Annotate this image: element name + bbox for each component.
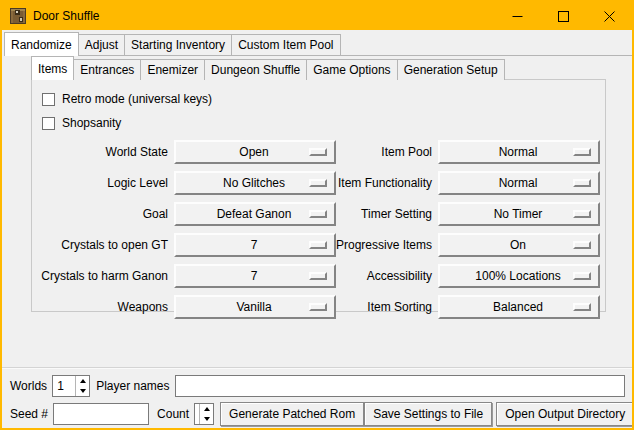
slit-indicator-icon <box>573 272 591 280</box>
up-arrow-icon <box>80 379 86 383</box>
slit-indicator-icon <box>309 303 327 311</box>
worlds-up-button[interactable] <box>76 376 89 386</box>
slit-indicator-icon <box>309 210 327 218</box>
maximize-icon <box>558 11 569 22</box>
goal-dropdown[interactable]: Defeat Ganon <box>174 202 336 226</box>
worlds-down-button[interactable] <box>76 386 89 396</box>
slit-indicator-icon <box>309 272 327 280</box>
settings-grid: World State Open Logic Level No Glitches… <box>32 135 605 326</box>
down-arrow-icon <box>80 389 86 393</box>
count-spinner <box>199 404 213 424</box>
items-panel: Retro mode (universal keys) Shopsanity W… <box>31 79 606 312</box>
worlds-row: Worlds Player names <box>10 374 626 398</box>
timer-setting-dropdown[interactable]: No Timer <box>438 202 600 226</box>
tab-randomize[interactable]: Randomize <box>4 32 79 56</box>
subtab-game-options[interactable]: Game Options <box>306 59 397 80</box>
titlebar[interactable]: Door Shuffle <box>2 2 632 30</box>
worlds-input[interactable] <box>53 376 75 396</box>
tab-adjust[interactable]: Adjust <box>78 34 125 55</box>
item-functionality-label: Item Functionality <box>336 176 438 190</box>
retro-mode-checkbox[interactable] <box>42 93 55 106</box>
player-names-label: Player names <box>96 379 174 393</box>
retro-mode-row: Retro mode (universal keys) <box>32 87 605 111</box>
world-state-label: World State <box>36 145 174 159</box>
item-sorting-label: Item Sorting <box>336 300 438 314</box>
item-sorting-dropdown[interactable]: Balanced <box>438 295 600 319</box>
save-settings-button[interactable]: Save Settings to File <box>364 402 492 426</box>
subtab-items[interactable]: Items <box>31 56 74 80</box>
worlds-spinbox <box>52 375 90 397</box>
slit-indicator-icon <box>309 241 327 249</box>
up-arrow-icon <box>204 407 210 411</box>
shopsanity-label: Shopsanity <box>62 116 121 130</box>
accessibility-label: Accessibility <box>336 269 438 283</box>
slit-indicator-icon <box>573 241 591 249</box>
seed-row: Seed # Count Generate Patched Rom Save S… <box>10 402 626 426</box>
subtab-dungeon-shuffle[interactable]: Dungeon Shuffle <box>204 59 307 80</box>
goal-label: Goal <box>36 207 174 221</box>
settings-right-column: Item Pool Normal Item Functionality Norm… <box>336 140 600 326</box>
slit-indicator-icon <box>573 148 591 156</box>
crystals-gt-label: Crystals to open GT <box>36 238 174 252</box>
world-state-dropdown[interactable]: Open <box>174 140 336 164</box>
subtab-generation-setup[interactable]: Generation Setup <box>397 59 505 80</box>
logic-level-label: Logic Level <box>36 176 174 190</box>
seed-label: Seed # <box>10 407 53 421</box>
progressive-items-label: Progressive Items <box>336 238 438 252</box>
open-output-directory-button[interactable]: Open Output Directory <box>496 402 634 426</box>
subtab-entrances[interactable]: Entrances <box>73 59 141 80</box>
tab-custom-item-pool[interactable]: Custom Item Pool <box>231 34 340 55</box>
retro-mode-label: Retro mode (universal keys) <box>62 92 212 106</box>
progressive-items-dropdown[interactable]: On <box>438 233 600 257</box>
crystals-ganon-label: Crystals to harm Ganon <box>36 269 174 283</box>
player-names-input[interactable] <box>175 375 626 397</box>
count-spinbox <box>194 403 214 425</box>
settings-left-column: World State Open Logic Level No Glitches… <box>36 140 336 326</box>
close-button[interactable] <box>586 2 632 30</box>
down-arrow-icon <box>204 417 210 421</box>
crystals-ganon-dropdown[interactable]: 7 <box>174 264 336 288</box>
subtab-enemizer[interactable]: Enemizer <box>140 59 205 80</box>
main-tabbar: Randomize Adjust Starting Inventory Cust… <box>4 32 632 56</box>
sub-tabbar: Items Entrances Enemizer Dungeon Shuffle… <box>31 56 632 79</box>
app-window: Door Shuffle Randomize Adjust Starting I… <box>0 0 634 430</box>
generate-rom-button[interactable]: Generate Patched Rom <box>220 402 364 426</box>
tab-starting-inventory[interactable]: Starting Inventory <box>124 34 232 55</box>
slit-indicator-icon <box>309 179 327 187</box>
slit-indicator-icon <box>573 210 591 218</box>
door-icon <box>10 8 26 24</box>
item-pool-label: Item Pool <box>336 145 438 159</box>
close-icon <box>604 11 615 22</box>
accessibility-dropdown[interactable]: 100% Locations <box>438 264 600 288</box>
logic-level-dropdown[interactable]: No Glitches <box>174 171 336 195</box>
slit-indicator-icon <box>573 179 591 187</box>
crystals-gt-dropdown[interactable]: 7 <box>174 233 336 257</box>
count-down-button[interactable] <box>200 414 213 424</box>
item-pool-dropdown[interactable]: Normal <box>438 140 600 164</box>
worlds-spinner <box>75 376 89 396</box>
worlds-label: Worlds <box>10 379 52 393</box>
count-up-button[interactable] <box>200 404 213 414</box>
maximize-button[interactable] <box>540 2 586 30</box>
timer-setting-label: Timer Setting <box>336 207 438 221</box>
slit-indicator-icon <box>573 303 591 311</box>
item-functionality-dropdown[interactable]: Normal <box>438 171 600 195</box>
bottom-panel: Worlds Player names Seed # Count <box>2 367 632 428</box>
window-controls <box>494 2 632 30</box>
count-label: Count <box>157 407 194 421</box>
weapons-dropdown[interactable]: Vanilla <box>174 295 336 319</box>
shopsanity-checkbox[interactable] <box>42 117 55 130</box>
minimize-button[interactable] <box>494 2 540 30</box>
minimize-icon <box>512 11 523 22</box>
seed-input[interactable] <box>53 403 149 425</box>
shopsanity-row: Shopsanity <box>32 111 605 135</box>
slit-indicator-icon <box>309 148 327 156</box>
weapons-label: Weapons <box>36 300 174 314</box>
window-title: Door Shuffle <box>33 9 100 23</box>
